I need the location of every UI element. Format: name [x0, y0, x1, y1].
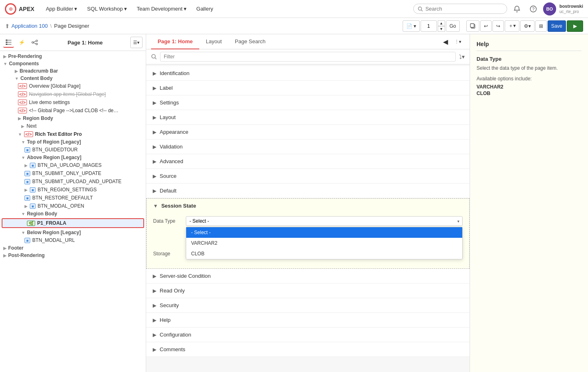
components-section[interactable]: ▼ Components: [0, 60, 146, 67]
tree-content: ▶ Pre-Rendering ▼ Components ▶ Breadcrum…: [0, 51, 146, 372]
live-demo-settings-item[interactable]: </> Live demo settings: [0, 98, 146, 106]
below-region-section[interactable]: ▼ Below Region [Legacy]: [0, 229, 146, 236]
btn-restore-default[interactable]: ■ BTN_RESTORE_DEFAULT: [0, 194, 146, 202]
help-section-item[interactable]: ▶ Help: [146, 313, 470, 328]
option-clob[interactable]: CLOB: [186, 248, 462, 259]
shared-components-left-button[interactable]: [29, 37, 40, 48]
data-type-row: Data Type - Select - VARCHAR2 CLOB ▾ - S…: [153, 216, 463, 226]
top-of-region-section[interactable]: ▼ Top of Region [Legacy]: [0, 138, 146, 146]
tree-view-button[interactable]: [3, 37, 14, 48]
p1-froala-item[interactable]: 🌿 P1_FROALA: [2, 218, 144, 228]
annotation-arrow: [469, 206, 470, 239]
copy-button[interactable]: [466, 20, 479, 32]
search-input[interactable]: [425, 6, 503, 12]
pre-rendering-section[interactable]: ▶ Pre-Rendering: [0, 53, 146, 60]
btn-region-settings[interactable]: ▶ ■ BTN_REGION_SETTINGS: [0, 186, 146, 194]
toolbar-actions: ↩ ↪ ＋▾ ⚙▾ ⊞ Save ▶: [466, 20, 583, 32]
undo-button[interactable]: ↩: [480, 20, 492, 32]
help-button[interactable]: ?: [527, 2, 540, 16]
filter-collapse-button[interactable]: ⤵▾: [459, 53, 465, 60]
redo-button[interactable]: ↪: [492, 20, 504, 32]
content-body-section[interactable]: ▼ Content Body: [0, 75, 146, 82]
read-only-section[interactable]: ▶ Read Only: [146, 283, 470, 298]
btn-guidedtour-item[interactable]: ■ BTN_GUIDEDTOUR: [0, 146, 146, 154]
new-page-button[interactable]: 📄▾: [403, 20, 420, 32]
filter-options-button[interactable]: ⋮▾: [451, 36, 465, 47]
identification-section[interactable]: ▶ Identification: [146, 66, 470, 81]
security-section[interactable]: ▶ Security: [146, 298, 470, 313]
server-side-condition-section[interactable]: ▶ Server-side Condition: [146, 269, 470, 283]
save-button[interactable]: Save: [548, 20, 566, 32]
option-select-placeholder[interactable]: - Select -: [186, 227, 462, 238]
session-state-section: ▼ Session State Data Type - Select - VAR…: [146, 198, 470, 269]
shared-icon: [31, 39, 38, 46]
layout-section[interactable]: ▶ Layout: [146, 110, 470, 125]
page-up-spinner[interactable]: ▲: [438, 20, 445, 26]
tree-icon: [5, 39, 12, 45]
svg-point-17: [152, 55, 156, 58]
validation-section[interactable]: ▶ Validation: [146, 140, 470, 154]
advanced-section[interactable]: ▶ Advanced: [146, 154, 470, 169]
apex-logo[interactable]: ◎ APEX: [5, 3, 34, 15]
tab-page-item[interactable]: Page 1: Home: [151, 34, 199, 49]
tab-layout[interactable]: Layout: [199, 34, 228, 49]
rich-text-editor-section[interactable]: ▼ </> Rich Text Editor Pro: [0, 130, 146, 138]
post-rendering-section[interactable]: ▶ Post-Rendering: [0, 252, 146, 259]
default-section[interactable]: ▶ Default: [146, 184, 470, 198]
tab-page-search[interactable]: Page Search: [228, 34, 272, 49]
nav-app-builder[interactable]: App Builder ▾: [42, 4, 80, 13]
settings-section[interactable]: ▶ Settings: [146, 95, 470, 110]
breadcrumb-bar-section[interactable]: ▶ Breadcrumb Bar: [0, 67, 146, 75]
configuration-section[interactable]: ▶ Configuration: [146, 328, 470, 342]
overview-global-page-item[interactable]: </> Overview [Global Page]: [0, 82, 146, 90]
btn-modal-open[interactable]: ▶ ■ BTN_MODAL_OPEN: [0, 202, 146, 210]
page-down-spinner[interactable]: ▼: [438, 26, 445, 32]
comments-section[interactable]: ▶ Comments: [146, 342, 470, 357]
nav-sql-workshop[interactable]: SQL Workshop ▾: [84, 4, 130, 13]
option-varchar2[interactable]: VARCHAR2: [186, 238, 462, 248]
region-body-rte-section[interactable]: ▼ Region Body: [0, 210, 146, 217]
svg-line-18: [155, 58, 157, 60]
btn-submit-only-update[interactable]: ■ BTN_SUBMIT_ONLY_UPDATE: [0, 169, 146, 177]
svg-rect-7: [6, 42, 7, 43]
session-state-header[interactable]: ▼ Session State: [147, 199, 469, 213]
nav-gallery[interactable]: Gallery: [193, 4, 216, 13]
page-number-input[interactable]: [421, 20, 437, 32]
breadcrumb-app-link[interactable]: ⬆ Application 100: [5, 23, 48, 29]
add-button[interactable]: ＋▾: [505, 20, 519, 32]
source-section[interactable]: ▶ Source: [146, 169, 470, 184]
data-type-select[interactable]: - Select - VARCHAR2 CLOB: [186, 216, 463, 226]
page-spinners[interactable]: ▲ ▼: [438, 20, 445, 32]
appearance-section[interactable]: ▶ Appearance: [146, 125, 470, 140]
btn-da-upload-images[interactable]: ▶ ■ BTN_DA_UPLOAD_IMAGES: [0, 161, 146, 169]
above-region-section[interactable]: ▼ Above Region [Legacy]: [0, 154, 146, 161]
btn-modal-url[interactable]: ■ BTN_MODAL_URL: [0, 236, 146, 244]
footer-section[interactable]: ▶ Footer: [0, 244, 146, 252]
events-button[interactable]: ⚡: [16, 37, 27, 48]
user-info[interactable]: bostrowski uc_rte_pro: [559, 3, 583, 14]
help-panel-title: Help: [477, 41, 581, 51]
btn-submit-upload-and-update[interactable]: ■ BTN_SUBMIT_UPLOAD_AND_UPDATE: [0, 177, 146, 186]
go-button[interactable]: Go: [446, 20, 460, 32]
top-navigation: ◎ APEX App Builder ▾ SQL Workshop ▾ Team…: [0, 0, 588, 18]
shared-components-button[interactable]: ⊞: [535, 20, 547, 32]
search-box[interactable]: [413, 4, 507, 14]
notifications-button[interactable]: [510, 2, 523, 16]
tree-menu-button[interactable]: ☰▾: [130, 37, 143, 48]
settings-button[interactable]: ⚙▾: [520, 20, 535, 32]
next-item[interactable]: ▶ Next: [0, 122, 146, 130]
middle-panel: Page 1: Home Layout Page Search ◀ ⋮▾ ⤵▾ …: [146, 34, 470, 372]
nav-team-development[interactable]: Team Development ▾: [134, 4, 190, 13]
left-panel: ⚡ Page 1: Home ☰▾ ▶ Pre-Rendering ▼ Comp…: [0, 34, 146, 372]
region-body-sub-section[interactable]: ▶ Region Body: [0, 115, 146, 122]
label-section[interactable]: ▶ Label: [146, 81, 470, 95]
load-clob-item[interactable]: </> <!-- Global Page -->Load CLOB <!-- d…: [0, 106, 146, 115]
help-section-title: Data Type: [477, 56, 581, 62]
run-button[interactable]: ▶: [567, 20, 583, 32]
copy-icon: [470, 23, 476, 29]
navigation-app-items[interactable]: </> Navigation app items [Global Page]: [0, 90, 146, 98]
filter-input[interactable]: [160, 52, 456, 62]
collapse-left-button[interactable]: ◀: [440, 36, 451, 47]
apex-logo-text: APEX: [19, 6, 34, 12]
user-avatar[interactable]: BO: [543, 2, 556, 16]
